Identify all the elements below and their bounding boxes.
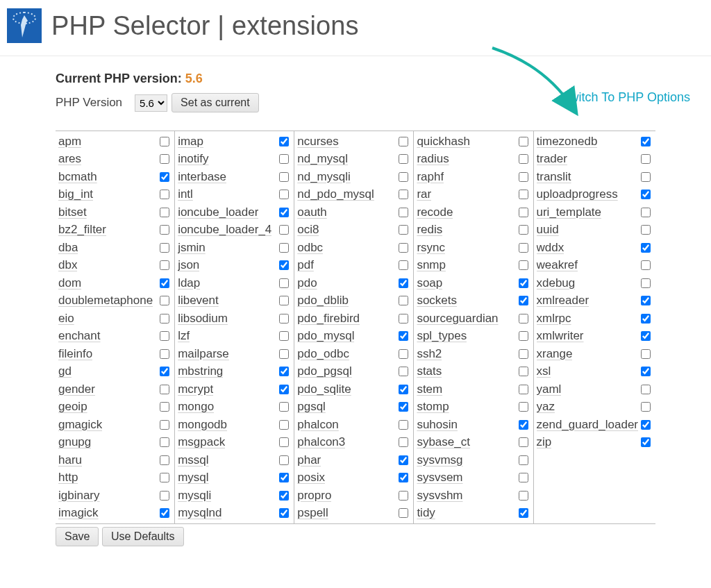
- extension-checkbox[interactable]: [160, 137, 169, 146]
- extension-checkbox[interactable]: [641, 260, 651, 270]
- extension-checkbox[interactable]: [160, 508, 169, 518]
- extension-label[interactable]: sourceguardian: [417, 312, 498, 326]
- extension-checkbox[interactable]: [279, 385, 289, 394]
- extension-label[interactable]: suhosin: [417, 418, 458, 432]
- extension-checkbox[interactable]: [519, 172, 528, 182]
- extension-checkbox[interactable]: [399, 437, 408, 447]
- extension-checkbox[interactable]: [399, 508, 408, 518]
- extension-label[interactable]: oci8: [297, 223, 319, 237]
- extension-label[interactable]: interbase: [178, 170, 226, 184]
- extension-label[interactable]: jsmin: [178, 241, 206, 255]
- extension-label[interactable]: raphf: [417, 170, 444, 184]
- extension-checkbox[interactable]: [641, 314, 651, 324]
- extension-checkbox[interactable]: [160, 172, 169, 182]
- extension-label[interactable]: stats: [417, 364, 442, 378]
- extension-checkbox[interactable]: [160, 243, 169, 253]
- extension-label[interactable]: igbinary: [58, 489, 100, 503]
- extension-checkbox[interactable]: [641, 208, 651, 217]
- extension-checkbox[interactable]: [519, 455, 528, 465]
- extension-label[interactable]: geoip: [58, 400, 87, 414]
- extension-checkbox[interactable]: [160, 349, 169, 359]
- extension-label[interactable]: sysvshm: [417, 489, 462, 503]
- extension-label[interactable]: libevent: [178, 294, 219, 308]
- extension-checkbox[interactable]: [399, 190, 408, 199]
- extension-label[interactable]: weakref: [537, 258, 578, 272]
- extension-label[interactable]: bitset: [58, 205, 87, 219]
- extension-checkbox[interactable]: [399, 420, 408, 430]
- extension-checkbox[interactable]: [279, 314, 289, 324]
- extension-checkbox[interactable]: [641, 367, 651, 376]
- extension-checkbox[interactable]: [279, 473, 289, 482]
- extension-checkbox[interactable]: [519, 508, 528, 518]
- extension-checkbox[interactable]: [519, 385, 528, 394]
- extension-checkbox[interactable]: [160, 402, 169, 412]
- extension-label[interactable]: phalcon: [297, 418, 339, 432]
- extension-checkbox[interactable]: [160, 278, 169, 288]
- extension-label[interactable]: intl: [178, 187, 193, 201]
- extension-checkbox[interactable]: [519, 367, 528, 376]
- extension-checkbox[interactable]: [279, 420, 289, 430]
- extension-label[interactable]: pdo_mysql: [297, 329, 354, 343]
- extension-label[interactable]: pdo_sqlite: [297, 383, 351, 396]
- extension-checkbox[interactable]: [160, 367, 169, 376]
- extension-label[interactable]: timezonedb: [537, 135, 598, 149]
- extension-label[interactable]: gmagick: [58, 418, 102, 432]
- extension-checkbox[interactable]: [160, 314, 169, 324]
- extension-label[interactable]: xmlrpc: [537, 312, 571, 326]
- extension-checkbox[interactable]: [399, 402, 408, 412]
- extension-label[interactable]: mongo: [178, 400, 214, 414]
- extension-label[interactable]: spl_types: [417, 329, 467, 343]
- extension-label[interactable]: sysvmsg: [417, 453, 462, 467]
- version-select[interactable]: 5.6: [135, 94, 167, 112]
- extension-checkbox[interactable]: [519, 314, 528, 324]
- extension-label[interactable]: phalcon3: [297, 435, 345, 449]
- extension-label[interactable]: xdebug: [537, 276, 576, 290]
- extension-checkbox[interactable]: [399, 491, 408, 501]
- extension-checkbox[interactable]: [279, 455, 289, 465]
- extension-checkbox[interactable]: [279, 331, 289, 341]
- extension-checkbox[interactable]: [399, 296, 408, 305]
- extension-label[interactable]: mysqlnd: [178, 506, 221, 520]
- extension-checkbox[interactable]: [641, 385, 651, 394]
- extension-label[interactable]: fileinfo: [58, 347, 92, 361]
- extension-label[interactable]: rsync: [417, 241, 445, 255]
- extension-checkbox[interactable]: [641, 420, 651, 430]
- extension-checkbox[interactable]: [519, 402, 528, 412]
- extension-label[interactable]: propro: [297, 489, 331, 503]
- extension-label[interactable]: uuid: [537, 223, 559, 237]
- extension-label[interactable]: mcrypt: [178, 383, 213, 396]
- extension-label[interactable]: ares: [58, 152, 81, 166]
- extension-checkbox[interactable]: [160, 473, 169, 482]
- extension-label[interactable]: pdo_odbc: [297, 347, 349, 361]
- extension-checkbox[interactable]: [279, 296, 289, 305]
- extension-label[interactable]: tidy: [417, 506, 435, 520]
- extension-label[interactable]: ioncube_loader: [178, 205, 258, 219]
- extension-label[interactable]: dom: [58, 276, 81, 290]
- extension-checkbox[interactable]: [519, 473, 528, 482]
- extension-checkbox[interactable]: [279, 349, 289, 359]
- extension-checkbox[interactable]: [279, 367, 289, 376]
- extension-label[interactable]: snmp: [417, 258, 446, 272]
- extension-checkbox[interactable]: [399, 172, 408, 182]
- extension-label[interactable]: eio: [58, 312, 74, 326]
- extension-checkbox[interactable]: [160, 420, 169, 430]
- extension-checkbox[interactable]: [160, 455, 169, 465]
- extension-checkbox[interactable]: [279, 172, 289, 182]
- extension-checkbox[interactable]: [399, 331, 408, 341]
- extension-checkbox[interactable]: [641, 190, 651, 199]
- extension-label[interactable]: gd: [58, 364, 72, 378]
- extension-checkbox[interactable]: [160, 208, 169, 217]
- extension-checkbox[interactable]: [279, 190, 289, 199]
- extension-label[interactable]: bcmath: [58, 170, 97, 184]
- extension-label[interactable]: wddx: [537, 241, 564, 255]
- extension-label[interactable]: pdf: [297, 258, 314, 272]
- extension-checkbox[interactable]: [641, 225, 651, 235]
- extension-label[interactable]: oauth: [297, 205, 327, 219]
- extension-label[interactable]: rar: [417, 187, 431, 201]
- extension-label[interactable]: recode: [417, 205, 453, 219]
- extension-checkbox[interactable]: [519, 154, 528, 164]
- extension-label[interactable]: imap: [178, 135, 203, 149]
- extension-checkbox[interactable]: [519, 243, 528, 253]
- extension-checkbox[interactable]: [160, 491, 169, 501]
- extension-label[interactable]: nd_mysql: [297, 152, 348, 166]
